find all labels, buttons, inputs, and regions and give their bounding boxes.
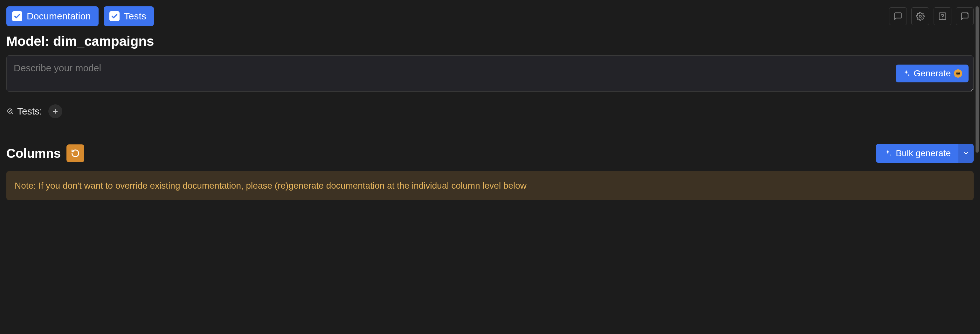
documentation-chip[interactable]: Documentation	[6, 6, 99, 26]
comment-button[interactable]	[889, 7, 907, 25]
tests-chip-label: Tests	[124, 11, 146, 22]
add-test-button[interactable]	[48, 104, 62, 118]
tests-chip[interactable]: Tests	[103, 6, 154, 26]
tests-label: Tests:	[17, 106, 42, 117]
tests-check-icon	[6, 108, 14, 115]
bulk-generate-group: Bulk generate	[876, 144, 974, 163]
check-icon	[110, 11, 119, 21]
model-heading: Model: dim_campaigns	[6, 34, 974, 49]
generate-button[interactable]: Generate	[896, 65, 969, 83]
svg-point-4	[958, 73, 959, 74]
columns-header-row: Columns Bulk generate	[6, 144, 974, 163]
preview-badge-icon	[954, 69, 962, 78]
columns-heading: Columns	[6, 146, 61, 161]
feedback-icon	[960, 12, 969, 21]
model-description-input[interactable]	[6, 55, 974, 92]
bulk-generate-button[interactable]: Bulk generate	[876, 144, 958, 163]
scrollbar[interactable]	[975, 6, 979, 153]
comment-icon	[894, 12, 902, 21]
sparkle-icon	[884, 149, 892, 157]
bulk-generate-label: Bulk generate	[896, 148, 951, 158]
warning-text: Note: If you don't want to override exis…	[14, 181, 527, 191]
columns-left: Columns	[6, 145, 84, 162]
generate-button-label: Generate	[913, 68, 951, 79]
settings-button[interactable]	[911, 7, 929, 25]
bulk-generate-dropdown[interactable]	[958, 144, 974, 163]
documentation-chip-label: Documentation	[27, 11, 91, 22]
top-actions	[889, 7, 974, 25]
refresh-icon	[71, 149, 80, 158]
help-button[interactable]	[934, 7, 951, 25]
svg-point-0	[919, 15, 921, 17]
tests-row: Tests:	[6, 104, 974, 118]
chips-container: Documentation Tests	[6, 6, 154, 26]
refresh-columns-button[interactable]	[67, 145, 84, 162]
feedback-button[interactable]	[956, 7, 974, 25]
description-row: Generate	[6, 55, 974, 92]
check-icon	[12, 11, 22, 21]
chevron-down-icon	[963, 150, 969, 156]
sparkle-icon	[902, 69, 910, 78]
warning-banner: Note: If you don't want to override exis…	[6, 171, 974, 200]
top-row: Documentation Tests	[6, 6, 974, 26]
gear-icon	[916, 12, 925, 21]
plus-icon	[52, 108, 59, 115]
help-icon	[938, 12, 947, 21]
